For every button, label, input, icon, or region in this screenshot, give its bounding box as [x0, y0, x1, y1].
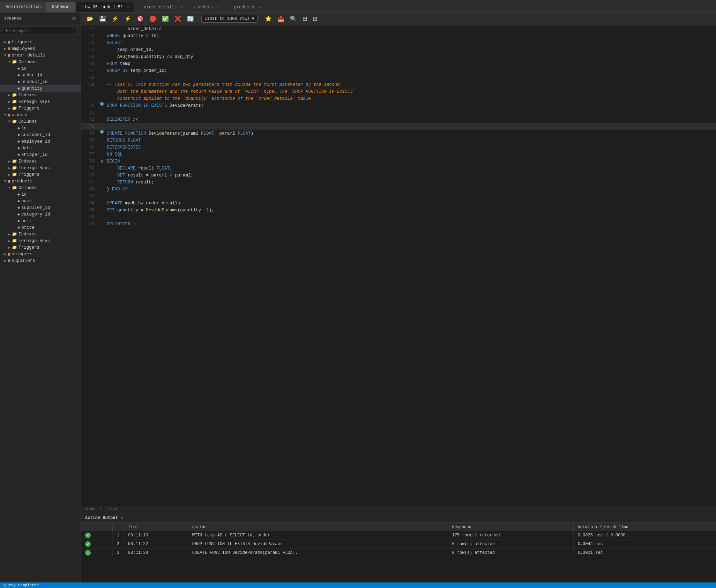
output-toggle-btn[interactable]: ⇕: [121, 515, 123, 520]
tree-item-od-id[interactable]: ▶ ◆ id: [0, 65, 81, 72]
line-num-61: 61: [81, 25, 98, 32]
table-icon-od: ▦: [8, 53, 10, 58]
tree-item-products-unit[interactable]: ▶ ◆ unit: [0, 218, 81, 224]
row3-duration: 0.0021 sec: [573, 549, 716, 557]
tab-orders-close[interactable]: ✕: [217, 5, 219, 9]
line-dot-70: [100, 102, 104, 106]
tree-item-triggers[interactable]: ▶ ▦ triggers: [0, 39, 81, 45]
folder-icon-products-fk: 📁: [12, 238, 17, 243]
tab-order-details[interactable]: ⚡ order_details ✕: [134, 2, 188, 12]
tab-products-close[interactable]: ✕: [258, 5, 260, 9]
tree-label-employees: employees: [12, 46, 81, 51]
tree-item-od-fk[interactable]: ▶ 📁 Foreign Keys: [0, 98, 81, 105]
tree-item-suppliers[interactable]: ▶ ▦ suppliers: [0, 257, 81, 264]
line-num-66: 66: [81, 60, 98, 67]
tree-item-orders-date[interactable]: ▶ ◆ date: [0, 145, 81, 151]
tree-item-od-quantity[interactable]: ▶ ◆ quantity: [0, 85, 81, 92]
toolbar-open-btn[interactable]: 📂: [84, 15, 96, 23]
tree-label-products-price: price: [21, 225, 81, 230]
tree-item-od-orderid[interactable]: ▶ ◆ order_id: [0, 72, 81, 78]
toolbar-export-btn[interactable]: 📤: [275, 15, 286, 23]
line-num-69: 69: [81, 81, 98, 88]
line-content-82: } END //: [105, 186, 716, 193]
toolbar-check-btn[interactable]: ✅: [160, 15, 171, 23]
tree-item-products-fk[interactable]: ▶ 📁 Foreign Keys: [0, 238, 81, 244]
tab-administration[interactable]: Administration: [0, 2, 46, 12]
toolbar-star-btn[interactable]: ⭐: [263, 15, 274, 23]
tree-item-orders-custid[interactable]: ▶ ◆ customer_id: [0, 131, 81, 138]
line-num-77: 77: [81, 151, 98, 158]
toolbar-save-btn[interactable]: 💾: [97, 15, 108, 23]
tree-label-od-id: id: [21, 66, 81, 71]
tree-item-orders-columns[interactable]: ▼ 📁 Columns: [0, 118, 81, 125]
toolbar-layout-btn[interactable]: ⊟: [311, 15, 319, 23]
toolbar-execute-btn[interactable]: ⚡: [110, 15, 121, 23]
query-status-text: Query Completed: [4, 583, 39, 587]
tab-od-close[interactable]: ✕: [181, 5, 183, 9]
tab-orders[interactable]: ⚡ orders ✕: [188, 2, 224, 12]
tree-item-products-columns[interactable]: ▼ 📁 Columns: [0, 184, 81, 191]
row3-time: 00:11:38: [124, 549, 188, 557]
tab-products-icon: ⚡: [230, 5, 232, 9]
tree-item-orders-shipid[interactable]: ▶ ◆ shipper_id: [0, 151, 81, 158]
tree-item-products-id[interactable]: ▶ ◆ id: [0, 191, 81, 198]
tree-item-orders-empid[interactable]: ▶ ◆ employee_id: [0, 138, 81, 145]
tree-item-shippers[interactable]: ▶ ▦ shippers: [0, 251, 81, 257]
tree-item-products-indexes[interactable]: ▶ 📁 Indexes: [0, 231, 81, 238]
tree-item-products-supplierid[interactable]: ▶ ◆ supplier_id: [0, 204, 81, 211]
tab-schemas[interactable]: Schemas: [46, 2, 75, 12]
tree-item-employees[interactable]: ▶ ▦ employees: [0, 45, 81, 52]
line-num-80: 80: [81, 172, 98, 179]
tree-item-orders-fk[interactable]: ▶ 📁 Foreign Keys: [0, 165, 81, 171]
toolbar-cancel-btn[interactable]: ❌: [172, 15, 184, 23]
row3-action: CREATE FUNCTION DevideParams(param1 FLOA…: [188, 549, 448, 557]
col-icon-orders-shipid: ◆: [17, 152, 20, 157]
output-row-2: ✓ 2 00:11:22 DROP FUNCTION IF EXISTS Dev…: [81, 540, 716, 549]
output-title: Action Output: [85, 515, 118, 520]
code-line-86: 86: [81, 214, 716, 221]
table-icon-suppliers: ▦: [8, 258, 10, 263]
zoom-stepper[interactable]: ⌃: [100, 507, 102, 512]
tree-item-orders-triggers[interactable]: ▶ 📁 Triggers: [0, 171, 81, 178]
toolbar-search-btn[interactable]: 🔍: [288, 15, 299, 23]
tree-item-od-productid[interactable]: ▶ ◆ product_id: [0, 78, 81, 85]
toolbar-execute-sel-btn[interactable]: ⚡: [122, 15, 133, 23]
tree-arrow-orders-idx: ▶: [7, 159, 12, 164]
tree-item-od-columns[interactable]: ▼ 📁 Columns: [0, 59, 81, 65]
tree-label-products-triggers: Triggers: [18, 245, 81, 250]
tab-hw05[interactable]: ⚡ hw_05_task_1-5* ✕: [75, 2, 134, 12]
tree-label-products: products: [12, 179, 81, 184]
tree-item-products-name[interactable]: ▶ ◆ name: [0, 198, 81, 204]
col-icon-products-id: ◆: [17, 192, 20, 197]
toolbar-stop-btn[interactable]: 🛑: [147, 15, 158, 23]
tab-products[interactable]: ⚡ products ✕: [224, 2, 266, 12]
tab-bar: Administration Schemas ⚡ hw_05_task_1-5*…: [0, 0, 716, 13]
tree-item-orders[interactable]: ▼ ▦ orders: [0, 112, 81, 118]
tree-item-products-triggers[interactable]: ▶ 📁 Triggers: [0, 244, 81, 251]
col-header-duration: Duration / Fetch Time: [573, 523, 716, 531]
line-num-79: 79: [81, 165, 98, 172]
code-line-74: 74 CREATE FUNCTION DevideParams(param1 F…: [81, 130, 716, 137]
tree-item-products-catid[interactable]: ▶ ◆ category_id: [0, 211, 81, 218]
tree-label-orders-id: id: [21, 126, 81, 131]
code-editor[interactable]: 61 order_details 62 WHERE quantity > 10)…: [81, 25, 716, 506]
limit-select[interactable]: Limit to 1000 rows ▼: [201, 15, 258, 23]
folder-icon-orders-idx: 📁: [12, 159, 17, 164]
toolbar-cols-btn[interactable]: ⊞: [300, 15, 309, 23]
code-line-75: 75 RETURNS FLOAT: [81, 137, 716, 144]
line-minus-78[interactable]: ⊖: [100, 158, 103, 165]
tree-item-order-details[interactable]: ▼ ▦ order_details: [0, 52, 81, 59]
tree-item-orders-id[interactable]: ▶ ◆ id: [0, 125, 81, 131]
tree-item-products-price[interactable]: ▶ ◆ price: [0, 224, 81, 231]
tree-item-od-indexes[interactable]: ▶ 📁 Indexes: [0, 92, 81, 98]
tree-item-products[interactable]: ▼ ▦ products: [0, 178, 81, 184]
line-content-79: DECLARE result FLOAT;: [105, 165, 716, 172]
toolbar-refresh-btn[interactable]: 🔄: [185, 15, 196, 23]
toolbar-explain-btn[interactable]: 🎯: [135, 15, 146, 23]
tree-item-orders-indexes[interactable]: ▶ 📁 Indexes: [0, 158, 81, 165]
sidebar-refresh-icon[interactable]: ⟳: [72, 15, 76, 21]
tree-arrow-od: ▼: [3, 53, 8, 57]
tab-hw05-close[interactable]: ✕: [127, 5, 129, 9]
search-input[interactable]: [3, 27, 78, 35]
tree-item-od-triggers[interactable]: ▶ 📁 Triggers: [0, 105, 81, 112]
